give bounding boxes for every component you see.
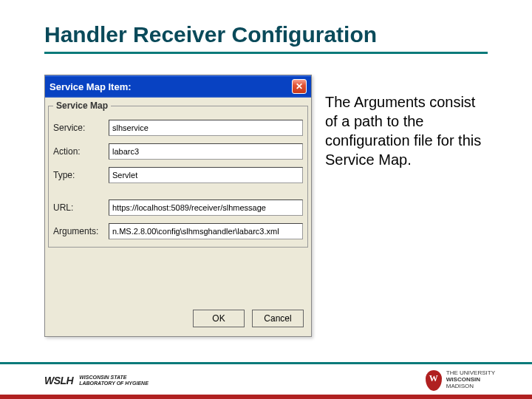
url-input[interactable] [109, 200, 303, 216]
wslh-branding: WSLH WISCONSIN STATE LABORATORY OF HYGIE… [44, 375, 149, 386]
arguments-label: Arguments: [53, 226, 109, 236]
cancel-button[interactable]: Cancel [252, 310, 304, 327]
page-title: Handler Receiver Configuration [44, 22, 488, 54]
service-input[interactable] [109, 120, 303, 136]
wslh-logo: WSLH [44, 375, 73, 386]
close-icon[interactable]: ✕ [292, 79, 307, 94]
explanation-text: The Arguments consist of a path to the c… [325, 92, 488, 169]
uw-crest-icon [426, 370, 442, 391]
slide-footer: WSLH WISCONSIN STATE LABORATORY OF HYGIE… [0, 362, 532, 399]
service-label: Service: [53, 123, 109, 133]
ok-button[interactable]: OK [193, 310, 245, 327]
uw-branding: THE UNIVERSITY WISCONSIN MADISON [426, 370, 495, 391]
dialog-titlebar: Service Map Item: ✕ [45, 75, 311, 98]
arguments-input[interactable] [109, 223, 303, 239]
type-label: Type: [53, 170, 109, 180]
wslh-line2: LABORATORY OF HYGIENE [79, 381, 149, 386]
wslh-line1: WISCONSIN STATE [79, 375, 149, 381]
service-map-fieldset: Service Map Service: Action: Type: URL: [48, 100, 308, 248]
service-map-dialog: Service Map Item: ✕ Service Map Service:… [44, 75, 312, 337]
url-label: URL: [53, 202, 109, 213]
action-label: Action: [53, 146, 109, 157]
fieldset-legend: Service Map [53, 100, 111, 111]
dialog-title-text: Service Map Item: [50, 81, 132, 92]
type-input[interactable] [109, 167, 303, 183]
action-input[interactable] [109, 143, 303, 160]
uw-line3: MADISON [446, 383, 495, 390]
